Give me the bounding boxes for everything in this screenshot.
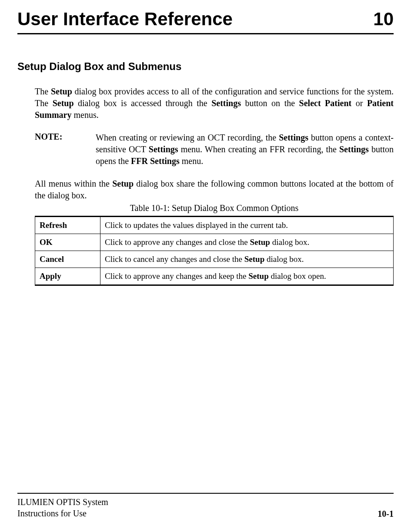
table-caption: Table 10-1: Setup Dialog Box Common Opti… xyxy=(35,203,394,213)
option-label: Refresh xyxy=(35,217,100,234)
page-footer: ILUMIEN OPTIS System Instructions for Us… xyxy=(17,493,394,519)
section-heading: Setup Dialog Box and Submenus xyxy=(17,60,394,73)
chapter-title: User Interface Reference xyxy=(17,9,233,30)
table-row: OKClick to approve any changes and close… xyxy=(35,234,394,251)
option-description: Click to cancel any changes and close th… xyxy=(100,251,394,268)
footer-line1: ILUMIEN OPTIS System xyxy=(17,496,108,508)
chapter-number: 10 xyxy=(373,9,394,30)
option-label: Cancel xyxy=(35,251,100,268)
note-block: NOTE: When creating or reviewing an OCT … xyxy=(35,132,394,167)
table-row: RefreshClick to updates the values displ… xyxy=(35,217,394,234)
options-table-body: RefreshClick to updates the values displ… xyxy=(35,217,394,285)
option-description: Click to updates the values displayed in… xyxy=(100,217,394,234)
intro-paragraph: The Setup dialog box provides access to … xyxy=(35,86,394,121)
option-description: Click to approve any changes and close t… xyxy=(100,234,394,251)
footer-page-number: 10-1 xyxy=(378,509,394,519)
common-buttons-paragraph: All menus within the Setup dialog box sh… xyxy=(35,178,394,201)
option-label: OK xyxy=(35,234,100,251)
note-label: NOTE: xyxy=(35,132,96,167)
table-row: ApplyClick to approve any changes and ke… xyxy=(35,268,394,285)
footer-left: ILUMIEN OPTIS System Instructions for Us… xyxy=(17,496,108,519)
footer-line2: Instructions for Use xyxy=(17,508,108,519)
options-table: RefreshClick to updates the values displ… xyxy=(35,216,394,286)
option-description: Click to approve any changes and keep th… xyxy=(100,268,394,285)
option-label: Apply xyxy=(35,268,100,285)
chapter-header: User Interface Reference 10 xyxy=(17,9,394,34)
note-text: When creating or reviewing an OCT record… xyxy=(96,132,394,167)
table-row: CancelClick to cancel any changes and cl… xyxy=(35,251,394,268)
